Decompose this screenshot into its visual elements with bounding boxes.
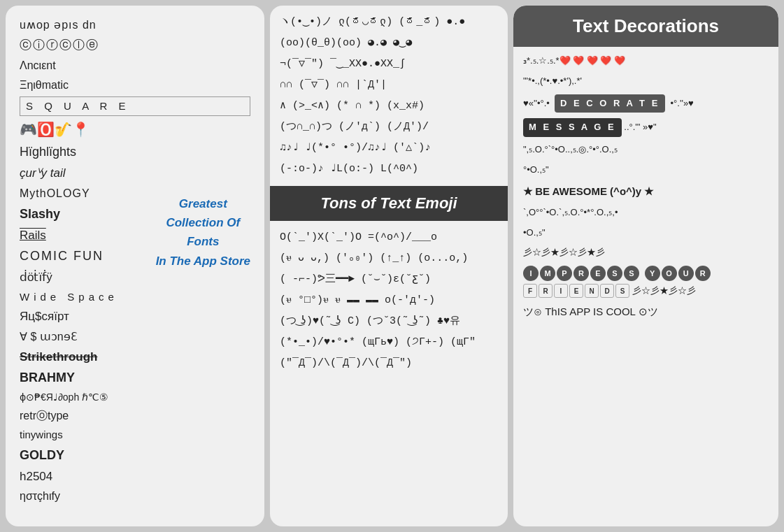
impress-badge: I M P R E S S Y O U R [523,266,769,281]
font-tiny[interactable]: tinywings [20,427,250,443]
font-ancient[interactable]: Λncιεnt [20,57,250,74]
friends-letter-e: E [569,284,583,298]
font-highlights[interactable]: Hïghlïghts [20,143,250,161]
friends-deco: 彡☆彡★彡☆彡 [632,285,696,297]
middle-panel: ヽ(•‿•)ノ ლ(ಠ◡ಠლ) (ಠ_ಠ) ●.● (oo)(θ_θ)(oo) … [270,6,508,526]
emoji-row-7: ♫♪♩ ♩(*•° •°)/♫♪♩ ('△`)♪ [280,140,498,157]
impress-letter-e: E [590,266,606,281]
impress-letter-i: I [523,266,539,281]
impress-letter-r: R [695,266,711,281]
deco-row-4: M E S S A G E ..°.'" »♥" [523,118,769,137]
deco-row-8: `,O°°`•O.`,₅.O.°•*°.O.,₅,• [523,206,769,220]
impress-letter-s2: S [624,266,639,281]
impress-row: I M P R E S S Y O U R F R I E N [523,266,769,298]
promo-box: Greatest Collection Of Fonts In The App … [156,194,250,271]
impress-letter-u: U [678,266,694,281]
right-header-title: Text Decorations [573,15,719,36]
friends-badge: F R I E N D S [523,284,629,298]
emoji-row-9: O(`_')X(`_')O =(^o^)/___o [280,229,498,246]
emoji-row-8: (-:o-)♪ ♩L(o:-) L(^0^) [280,161,498,178]
emoji-row-14: (*•_•)/♥•°•* (щГь♥) (੭Г+-) (щГ" [280,334,498,351]
friends-letter-f: F [523,284,537,298]
font-notch[interactable]: ηστçhιfy [20,488,250,505]
right-header: Text Decorations [513,6,778,47]
font-curvy[interactable]: çurⱽy tail [20,164,250,182]
font-h2504[interactable]: h2504 [20,468,250,486]
promo-line4: In The App Store [156,252,250,271]
emoji-text-content: ヽ(•‿•)ノ ლ(ಠ◡ಠლ) (ಠ_ಠ) ●.● (oo)(θ_θ)(oo) … [270,6,508,186]
emoji-row-10: (ᵿ ᴗ ᴗ,) ('ₒ₀') (↑_↑) (o...o,) [280,250,498,267]
deco-row-5: ",₅.O.°`°•O..,₅.◎.°•°.O.,₅ [523,143,769,157]
font-square[interactable]: S Q U A R E [20,96,250,117]
font-money[interactable]: ∀ $ ɯɔnɘƐ [20,329,250,345]
impress-letter-r: R [573,266,589,281]
promo-line3: Fonts [156,232,250,251]
font-brahmy[interactable]: BRAHMY [20,368,250,387]
friends-letter-n: N [585,284,599,298]
impress-letter-p: P [557,266,572,281]
emoji-row-2: (oo)(θ_θ)(oo) ◕.◕ ◕‿◕ [280,35,498,52]
deco-row-9: •O.,₅" [523,226,769,240]
font-enigmatic[interactable]: Ξηιθmatic [20,77,250,94]
deco-row-7: ★ BE AWESOME (^o^)y ★ [523,183,769,200]
impress-letter-s1: S [607,266,622,281]
font-symbols[interactable]: ϕ⊙₱€Я♩∂oph ℏ℃⑤ [20,390,250,405]
emoji-row-12: (ᵿ °□°)ᵿ ᵿ ▬▬ ▬▬ o(-'д'-) [280,292,498,309]
emoji-row-15: ("¯Д¯)/\(¯Д¯)/\(¯Д¯") [280,355,498,372]
deco-row-3: ♥«''•°.• D E C O R A T E •°.''»♥ [523,94,769,113]
impress-letter-m: M [540,266,555,281]
deco-row-2: "'*•.,(*•.♥.•*'),.*' [523,74,769,89]
emoji-row-11: ( -⌐-)ᕗ三━━► (˘⌣˘)ε(˘ƹ˘) [280,271,498,288]
font-dotify[interactable]: ḋöṫïḟÿ [20,268,250,287]
left-panel: uʍop ǝpıs dn ⓒⓘⓡⓒⓛⓔ Λncιεnt Ξηιθmatic S … [6,6,264,526]
font-script[interactable]: Яц$сяïрт [20,308,250,326]
impress-letter-o: O [662,266,677,281]
font-strike[interactable]: Strikethrough [20,348,250,366]
emoji-row-5: ∧ (>_<∧) (* ∩ *) (x_x#) [280,98,498,115]
friends-letter-s: S [615,284,629,298]
promo-line1: Greatest [156,194,250,213]
deco-row-10: 彡☆彡★彡☆彡★彡 [523,245,769,260]
font-widespace[interactable]: Wide Space [20,289,250,305]
banner-strip: Tons of Text Emoji [270,186,508,221]
friends-letter-d: D [600,284,614,298]
font-retro[interactable]: retrⓞtype [20,408,250,424]
emoji-row-6: (つ∩_∩)つ (ノ'д`) (ノД')/ [280,119,498,136]
friends-letter-i: I [554,284,568,298]
right-panel: Text Decorations ₃*.₅.☆.₅.*❤️ ❤️ ❤️ ❤️ ❤… [513,6,778,526]
friends-letter-r: R [539,284,553,298]
deco-row-cool: ツ⊙ ThIS APP IS COOL ⊙ツ [523,303,769,320]
font-upside-down[interactable]: uʍop ǝpıs dn [20,17,250,34]
font-emoji[interactable]: 🎮🅾️🎷📍 [20,119,250,140]
impress-letter-y: Y [645,266,660,281]
emoji-row-13: (つ ͜ʖ)♥(˜ ͜ʖ C) (つ˘3(˜ ͜ʖ˜) ♣♥유 [280,313,498,330]
emoji-row-4: ∩∩ (¯▽¯) ∩∩ |`Д'| [280,77,498,94]
emoji-row-1: ヽ(•‿•)ノ ლ(ಠ◡ಠლ) (ಠ_ಠ) ●.● [280,14,498,31]
emoji-text-content-2: O(`_')X(`_')O =(^o^)/___o (ᵿ ᴗ ᴗ,) ('ₒ₀'… [270,221,508,380]
deco-row-1: ₃*.₅.☆.₅.*❤️ ❤️ ❤️ ❤️ ❤️ [523,54,769,69]
promo-line2: Collection Of [156,213,250,232]
emoji-row-3: ¬(¯▽¯") ¯‿_XX●.●XX_∫ [280,56,498,73]
message-badge: M E S S A G E [523,118,622,137]
deco-row-6: °•O.,₅" [523,163,769,178]
banner-text: Tons of Text Emoji [320,194,457,212]
decorate-badge: D E C O R A T E [555,94,665,113]
right-content: ₃*.₅.☆.₅.*❤️ ❤️ ❤️ ❤️ ❤️ "'*•.,(*•.♥.•*'… [513,47,778,327]
font-goldy[interactable]: GOLDY [20,446,250,465]
font-circle[interactable]: ⓒⓘⓡⓒⓛⓔ [20,36,250,55]
